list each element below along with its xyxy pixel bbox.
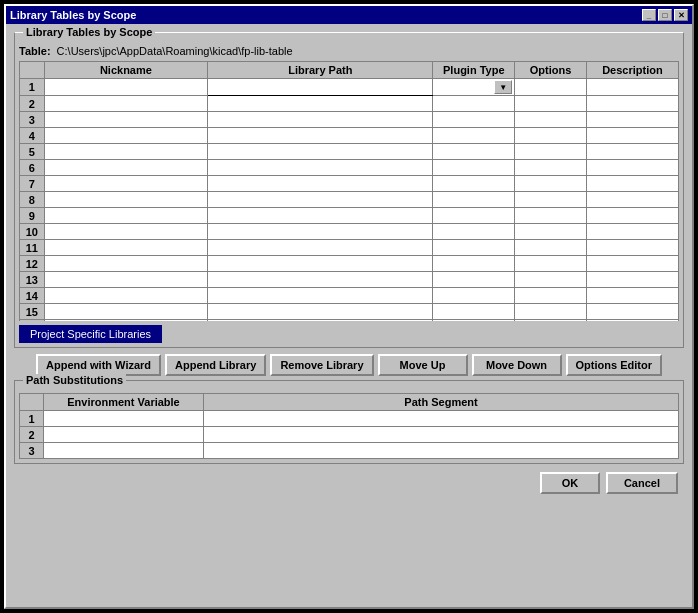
cell-options[interactable]	[515, 192, 587, 208]
cell-options[interactable]	[515, 96, 587, 112]
cell-nickname[interactable]	[44, 79, 208, 96]
cell-description[interactable]	[586, 128, 678, 144]
path-table-row[interactable]: 3	[20, 443, 679, 459]
cell-nickname[interactable]	[44, 144, 208, 160]
cell-path-segment[interactable]	[204, 411, 679, 427]
cell-nickname[interactable]	[44, 192, 208, 208]
table-row[interactable]: 12	[20, 256, 679, 272]
cell-description[interactable]	[586, 320, 678, 322]
cell-plugintype[interactable]	[433, 192, 515, 208]
cell-env-var[interactable]	[44, 427, 204, 443]
cell-plugintype[interactable]	[433, 240, 515, 256]
table-row[interactable]: 15	[20, 304, 679, 320]
cell-plugintype[interactable]	[433, 96, 515, 112]
cell-libpath[interactable]	[208, 240, 433, 256]
cell-libpath[interactable]	[208, 304, 433, 320]
cell-nickname[interactable]	[44, 288, 208, 304]
cell-options[interactable]	[515, 160, 587, 176]
cell-libpath[interactable]	[208, 176, 433, 192]
cell-plugintype[interactable]	[433, 128, 515, 144]
cell-libpath[interactable]	[208, 144, 433, 160]
cell-options[interactable]	[515, 79, 587, 96]
cell-nickname[interactable]	[44, 256, 208, 272]
cell-description[interactable]	[586, 240, 678, 256]
ok-button[interactable]: OK	[540, 472, 600, 494]
cell-options[interactable]	[515, 288, 587, 304]
cell-plugintype[interactable]: ▼	[433, 79, 515, 96]
path-table-row[interactable]: 1	[20, 411, 679, 427]
cell-options[interactable]	[515, 128, 587, 144]
cell-libpath[interactable]	[208, 79, 433, 96]
path-table-row[interactable]: 2	[20, 427, 679, 443]
table-row[interactable]: 4	[20, 128, 679, 144]
cell-plugintype[interactable]	[433, 256, 515, 272]
cell-plugintype[interactable]	[433, 224, 515, 240]
cell-libpath[interactable]	[208, 208, 433, 224]
cell-plugintype[interactable]	[433, 112, 515, 128]
minimize-button[interactable]: _	[642, 9, 656, 21]
maximize-button[interactable]: □	[658, 9, 672, 21]
cell-description[interactable]	[586, 272, 678, 288]
cancel-button[interactable]: Cancel	[606, 472, 678, 494]
cell-nickname[interactable]	[44, 272, 208, 288]
table-row[interactable]: 1▼	[20, 79, 679, 96]
cell-description[interactable]	[586, 208, 678, 224]
cell-env-var[interactable]	[44, 411, 204, 427]
table-row[interactable]: 9	[20, 208, 679, 224]
cell-libpath[interactable]	[208, 96, 433, 112]
close-button[interactable]: ✕	[674, 9, 688, 21]
cell-description[interactable]	[586, 256, 678, 272]
cell-plugintype[interactable]	[433, 272, 515, 288]
cell-description[interactable]	[586, 144, 678, 160]
cell-nickname[interactable]	[44, 240, 208, 256]
cell-nickname[interactable]	[44, 128, 208, 144]
cell-libpath[interactable]	[208, 224, 433, 240]
append-wizard-button[interactable]: Append with Wizard	[36, 354, 161, 376]
cell-nickname[interactable]	[44, 320, 208, 322]
cell-options[interactable]	[515, 304, 587, 320]
cell-description[interactable]	[586, 176, 678, 192]
cell-nickname[interactable]	[44, 160, 208, 176]
table-row[interactable]: 2	[20, 96, 679, 112]
cell-libpath[interactable]	[208, 112, 433, 128]
cell-options[interactable]	[515, 208, 587, 224]
table-row[interactable]: 6	[20, 160, 679, 176]
cell-options[interactable]	[515, 240, 587, 256]
cell-libpath[interactable]	[208, 272, 433, 288]
cell-plugintype[interactable]	[433, 160, 515, 176]
cell-options[interactable]	[515, 320, 587, 322]
cell-options[interactable]	[515, 224, 587, 240]
cell-plugintype[interactable]	[433, 144, 515, 160]
table-row[interactable]: 10	[20, 224, 679, 240]
append-library-button[interactable]: Append Library	[165, 354, 266, 376]
cell-libpath[interactable]	[208, 256, 433, 272]
cell-options[interactable]	[515, 112, 587, 128]
cell-plugintype[interactable]	[433, 288, 515, 304]
cell-options[interactable]	[515, 176, 587, 192]
cell-description[interactable]	[586, 288, 678, 304]
cell-path-segment[interactable]	[204, 443, 679, 459]
cell-plugintype[interactable]	[433, 208, 515, 224]
cell-env-var[interactable]	[44, 443, 204, 459]
table-row[interactable]: 13	[20, 272, 679, 288]
move-up-button[interactable]: Move Up	[378, 354, 468, 376]
cell-options[interactable]	[515, 256, 587, 272]
options-editor-button[interactable]: Options Editor	[566, 354, 662, 376]
table-row[interactable]: 11	[20, 240, 679, 256]
cell-path-segment[interactable]	[204, 427, 679, 443]
cell-description[interactable]	[586, 112, 678, 128]
table-row[interactable]: 3	[20, 112, 679, 128]
cell-libpath[interactable]	[208, 192, 433, 208]
cell-libpath[interactable]	[208, 288, 433, 304]
table-row[interactable]: 7	[20, 176, 679, 192]
cell-plugintype[interactable]	[433, 320, 515, 322]
cell-plugintype[interactable]	[433, 304, 515, 320]
table-row[interactable]: 14	[20, 288, 679, 304]
table-row[interactable]: 8	[20, 192, 679, 208]
cell-libpath[interactable]	[208, 160, 433, 176]
cell-description[interactable]	[586, 160, 678, 176]
plugin-type-dropdown[interactable]: ▼	[494, 80, 512, 94]
cell-nickname[interactable]	[44, 96, 208, 112]
cell-nickname[interactable]	[44, 176, 208, 192]
cell-nickname[interactable]	[44, 304, 208, 320]
